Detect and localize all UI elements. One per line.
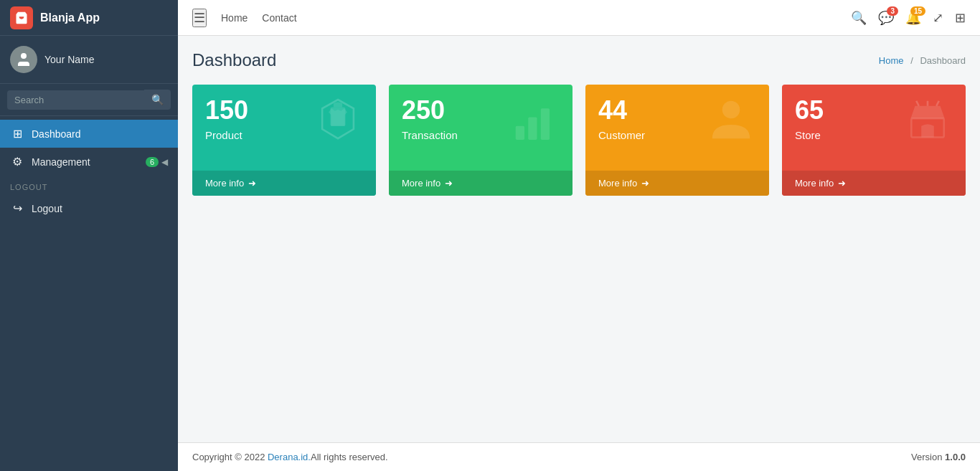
expand-icon: ⤢ <box>933 10 943 26</box>
footer-copyright: Copyright © 2022 Derana.id.All rights re… <box>192 452 388 462</box>
product-more-info-arrow: ➜ <box>248 178 256 189</box>
page-header: Dashboard Home / Dashboard <box>192 50 966 70</box>
gear-icon: ⚙ <box>10 155 24 168</box>
customer-card-body: 44 Customer <box>585 85 769 171</box>
store-card-info: 65 Store <box>795 97 903 141</box>
product-label: Product <box>205 129 313 141</box>
svg-rect-2 <box>528 118 537 141</box>
brand-icon <box>10 6 33 29</box>
main-wrapper: ☰ Home Contact 🔍 💬 3 🔔 15 ⤢ <box>178 0 980 471</box>
chevron-icon: ◀ <box>161 157 168 167</box>
grid-icon: ⊞ <box>955 10 966 26</box>
search-topbar-button[interactable]: 🔍 <box>851 10 867 26</box>
avatar <box>10 46 37 73</box>
store-icon <box>903 95 953 145</box>
footer-brand-link[interactable]: Derana.id. <box>268 452 311 462</box>
customer-more-info-arrow: ➜ <box>641 178 649 189</box>
sidebar-logout-label: Logout <box>32 203 62 214</box>
transaction-card: 250 Transaction More info <box>389 85 573 196</box>
customer-icon <box>706 95 756 145</box>
product-card: 150 Product <box>192 85 376 196</box>
store-more-info-arrow: ➜ <box>838 178 846 189</box>
product-icon <box>313 95 363 145</box>
shopping-bag-icon <box>14 11 29 25</box>
dashboard-icon: ⊞ <box>10 127 24 141</box>
sidebar-brand: Blanja App <box>0 0 178 36</box>
customer-more-info-label: More info <box>598 178 637 189</box>
footer-version: Version 1.0.0 <box>911 452 966 462</box>
sidebar-search-container: 🔍 <box>0 84 178 116</box>
breadcrumb-separator: / <box>910 55 913 66</box>
sidebar: Blanja App Your Name 🔍 ⊞ Dashboard ⚙ <box>0 0 178 471</box>
transaction-more-info-arrow: ➜ <box>445 178 453 189</box>
messages-button[interactable]: 💬 3 <box>878 10 894 26</box>
sidebar-nav: ⊞ Dashboard ⚙ Management 6 ◀ LOGOUT ↪ Lo… <box>0 116 178 471</box>
page-title: Dashboard <box>192 50 276 70</box>
sidebar-item-logout[interactable]: ↪ Logout <box>0 194 178 222</box>
search-input[interactable] <box>7 90 144 110</box>
sidebar-item-label-management: Management <box>32 156 90 168</box>
customer-card: 44 Customer More info ➜ <box>585 85 769 196</box>
store-card-body: 65 Store <box>782 85 966 171</box>
footer: Copyright © 2022 Derana.id.All rights re… <box>178 442 980 471</box>
notifications-badge: 15 <box>910 6 925 16</box>
transaction-icon <box>509 95 560 145</box>
expand-button[interactable]: ⤢ <box>933 10 943 26</box>
messages-badge: 3 <box>887 6 898 16</box>
transaction-card-more-info[interactable]: More info ➜ <box>389 171 573 196</box>
stats-cards-grid: 150 Product <box>192 85 966 196</box>
topbar: ☰ Home Contact 🔍 💬 3 🔔 15 ⤢ <box>178 0 980 36</box>
transaction-card-body: 250 Transaction <box>389 85 573 171</box>
user-icon <box>15 51 32 68</box>
management-badge: 6 <box>146 157 159 167</box>
customer-card-more-info[interactable]: More info ➜ <box>585 171 769 196</box>
customer-card-info: 44 Customer <box>598 97 706 141</box>
transaction-more-info-label: More info <box>402 178 440 189</box>
svg-point-4 <box>722 101 740 119</box>
product-card-more-info[interactable]: More info ➜ <box>192 171 376 196</box>
breadcrumb-current: Dashboard <box>920 55 966 66</box>
logout-icon: ↪ <box>10 201 24 215</box>
product-count: 150 <box>205 97 313 123</box>
product-more-info-label: More info <box>205 178 244 189</box>
brand-name: Blanja App <box>40 11 100 24</box>
store-count: 65 <box>795 97 903 123</box>
grid-button[interactable]: ⊞ <box>955 10 966 26</box>
sidebar-item-dashboard[interactable]: ⊞ Dashboard <box>0 120 178 148</box>
sidebar-item-management[interactable]: ⚙ Management 6 ◀ <box>0 148 178 176</box>
topbar-actions: 🔍 💬 3 🔔 15 ⤢ ⊞ <box>851 10 966 26</box>
breadcrumb-home[interactable]: Home <box>879 55 904 66</box>
logout-section-label: LOGOUT <box>0 176 178 194</box>
svg-rect-3 <box>541 108 550 140</box>
breadcrumb: Home / Dashboard <box>879 55 966 66</box>
store-card: 65 Store <box>782 85 966 196</box>
transaction-card-info: 250 Transaction <box>402 97 509 141</box>
notifications-button[interactable]: 🔔 15 <box>905 10 921 26</box>
sidebar-user: Your Name <box>0 36 178 84</box>
product-card-body: 150 Product <box>192 85 376 171</box>
store-label: Store <box>795 129 903 141</box>
svg-rect-1 <box>516 126 524 140</box>
menu-toggle-button[interactable]: ☰ <box>192 9 207 27</box>
customer-label: Customer <box>598 129 706 141</box>
sidebar-item-label-dashboard: Dashboard <box>32 128 81 140</box>
user-name: Your Name <box>44 54 95 65</box>
store-card-more-info[interactable]: More info ➜ <box>782 171 966 196</box>
transaction-count: 250 <box>402 97 509 123</box>
product-card-info: 150 Product <box>205 97 313 141</box>
customer-count: 44 <box>598 97 706 123</box>
store-more-info-label: More info <box>795 178 834 189</box>
search-button[interactable]: 🔍 <box>144 90 171 110</box>
topbar-nav-contact[interactable]: Contact <box>262 9 296 27</box>
topbar-nav: Home Contact <box>221 9 851 27</box>
transaction-label: Transaction <box>402 129 509 141</box>
topbar-nav-home[interactable]: Home <box>221 9 248 27</box>
search-icon: 🔍 <box>851 10 867 26</box>
main-content: Dashboard Home / Dashboard 150 Product <box>178 36 980 442</box>
